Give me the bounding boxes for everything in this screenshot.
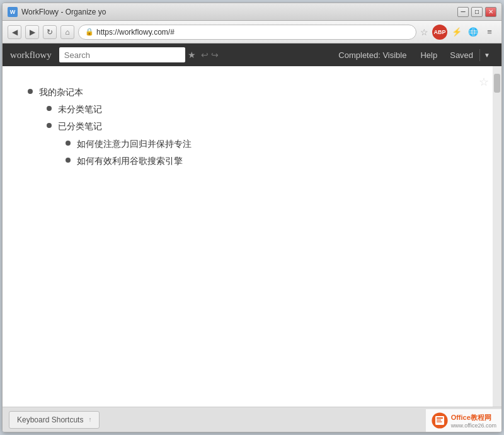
- bullet-icon: [47, 106, 52, 111]
- scrollbar-thumb[interactable]: [494, 74, 500, 93]
- favicon: W: [8, 7, 18, 17]
- search-input[interactable]: [59, 47, 185, 62]
- search-star-icon[interactable]: ★: [188, 50, 196, 60]
- browser-action-buttons: ABP ⚡ 🌐 ≡: [432, 25, 496, 40]
- forward-button[interactable]: ▶: [25, 25, 39, 39]
- completed-toggle[interactable]: Completed: Visible: [338, 50, 406, 60]
- item-text[interactable]: 如何有效利用谷歌搜索引擎: [77, 153, 183, 169]
- extension-button-2[interactable]: 🌐: [466, 25, 480, 39]
- content-star-icon: ☆: [479, 75, 489, 89]
- header-right-buttons: Help Saved ▼: [414, 48, 494, 62]
- scrollbar[interactable]: [493, 66, 501, 407]
- office-watermark: Office教程网 www.office26.com: [426, 409, 501, 432]
- window-title: WorkFlowy - Organize yo: [21, 8, 457, 16]
- list-item: 未分类笔记: [47, 101, 476, 118]
- list-item: 已分类笔记: [47, 118, 476, 135]
- dropdown-button[interactable]: ▼: [479, 49, 494, 61]
- svg-rect-2: [437, 417, 443, 419]
- address-text: https://workflowy.com/#: [96, 28, 175, 37]
- list-item: 如何有效利用谷歌搜索引擎: [66, 153, 476, 170]
- address-bar[interactable]: 🔒 https://workflowy.com/#: [78, 25, 416, 40]
- undo-button[interactable]: ↩: [201, 50, 209, 60]
- office-text-main: Office教程网: [451, 413, 496, 422]
- outline-root: 我的杂记本 未分类笔记 已分类笔记 如何使注意力回归并保持专注: [28, 84, 476, 170]
- office-logo: Office教程网 www.office26.com: [431, 412, 496, 429]
- adblock-button[interactable]: ABP: [432, 25, 447, 40]
- item-text[interactable]: 已分类笔记: [58, 119, 102, 134]
- item-text[interactable]: 未分类笔记: [58, 102, 102, 117]
- item-text[interactable]: 我的杂记本: [39, 84, 83, 100]
- minimize-button[interactable]: ─: [457, 7, 469, 17]
- office-icon: [431, 412, 449, 429]
- arrow-up-icon: ↑: [88, 416, 91, 423]
- bullet-icon: [66, 158, 71, 163]
- office-text-sub: www.office26.com: [451, 422, 496, 429]
- main-content: ☆ 我的杂记本 未分类笔记 已分类笔记: [3, 66, 501, 407]
- title-bar: W WorkFlowy - Organize yo ─ □ ✕: [3, 3, 501, 21]
- bookmark-star-icon[interactable]: ☆: [420, 27, 428, 37]
- app-logo: workflowy: [10, 50, 52, 61]
- restore-button[interactable]: □: [471, 7, 483, 17]
- back-button[interactable]: ◀: [8, 25, 21, 39]
- extension-button-1[interactable]: ⚡: [450, 25, 464, 39]
- app-header: workflowy ★ ↩ ↪ Completed: Visible Help …: [3, 44, 501, 66]
- list-item: 我的杂记本: [28, 84, 476, 101]
- keyboard-shortcuts-label: Keyboard Shortcuts: [17, 415, 83, 424]
- office-text-group: Office教程网 www.office26.com: [451, 413, 496, 429]
- svg-rect-4: [437, 421, 442, 422]
- close-button[interactable]: ✕: [485, 7, 496, 17]
- window-controls: ─ □ ✕: [457, 7, 496, 17]
- content-area: ☆ 我的杂记本 未分类笔记 已分类笔记: [3, 66, 501, 407]
- list-item: 如何使注意力回归并保持专注: [66, 136, 476, 153]
- browser-window: W WorkFlowy - Organize yo ─ □ ✕ ◀ ▶ ↻ ⌂ …: [2, 3, 502, 432]
- bottom-bar: Keyboard Shortcuts ↑ Office教程网 www.offic…: [3, 407, 501, 432]
- redo-button[interactable]: ↪: [211, 50, 219, 60]
- sub-sub-list-1: 如何使注意力回归并保持专注 如何有效利用谷歌搜索引擎: [66, 136, 476, 170]
- browser-menu-button[interactable]: ≡: [483, 25, 496, 39]
- bullet-icon: [47, 123, 52, 128]
- keyboard-shortcuts-button[interactable]: Keyboard Shortcuts ↑: [9, 411, 100, 429]
- undo-redo-group: ↩ ↪: [201, 50, 219, 60]
- refresh-button[interactable]: ↻: [43, 25, 57, 39]
- browser-toolbar: ◀ ▶ ↻ ⌂ 🔒 https://workflowy.com/# ☆ ABP …: [3, 21, 501, 44]
- sub-list-1: 未分类笔记 已分类笔记 如何使注意力回归并保持专注 如何有效利用谷歌: [47, 101, 476, 170]
- bullet-icon: [28, 89, 33, 94]
- lock-icon: 🔒: [85, 28, 94, 36]
- saved-label: Saved: [445, 48, 478, 62]
- help-button[interactable]: Help: [414, 48, 444, 62]
- bullet-icon: [66, 141, 71, 146]
- home-button[interactable]: ⌂: [60, 25, 74, 39]
- svg-rect-3: [437, 420, 441, 420]
- item-text[interactable]: 如何使注意力回归并保持专注: [77, 136, 192, 152]
